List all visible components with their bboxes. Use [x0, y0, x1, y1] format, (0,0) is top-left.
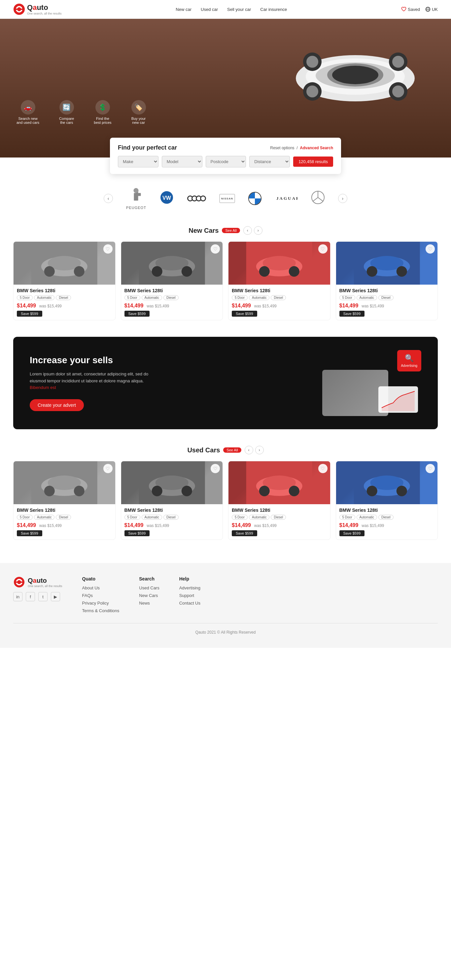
distance-select[interactable]: Distance: [249, 156, 290, 167]
postcode-select[interactable]: Postcode: [206, 156, 246, 167]
footer-terms-link[interactable]: Terms & Conditions: [82, 608, 119, 613]
search-fields: Make Model Postcode Distance 120,458 res…: [118, 156, 333, 167]
new-car-name-2: BMW Series 128ti: [124, 288, 219, 293]
peugeot-icon: [129, 187, 143, 204]
used-car-heart-2[interactable]: ♡: [211, 464, 220, 473]
footer-new-cars-link[interactable]: New Cars: [139, 593, 159, 598]
brand-jaguar[interactable]: JAGUAR: [275, 192, 298, 205]
nav-sell-car[interactable]: Sell your car: [227, 7, 251, 12]
promo-badge-label: Advertising: [401, 364, 417, 368]
footer-advertising-link[interactable]: Advertising: [179, 585, 200, 590]
svg-rect-72: [14, 581, 24, 583]
twitter-icon[interactable]: t: [38, 592, 48, 601]
nav-new-car[interactable]: New car: [176, 7, 192, 12]
used-car-card-1: ♡ BMW Series 128ti 5 Door Automatic Dies…: [13, 461, 116, 540]
footer-privacy-link[interactable]: Privacy Policy: [82, 601, 119, 606]
used-car-heart-4[interactable]: ♡: [426, 464, 435, 473]
footer-logo-icon: [13, 576, 25, 588]
new-cars-prev[interactable]: ‹: [243, 226, 252, 235]
compare-cars-icon: 🔄: [59, 100, 74, 115]
svg-point-38: [181, 266, 192, 277]
nissan-logo-box: NISSAN: [219, 194, 235, 203]
used-cars-nav: ‹ ›: [245, 446, 264, 454]
new-car-heart-2[interactable]: ♡: [211, 244, 220, 254]
new-car-price-3: $14,499 was $15,499: [232, 303, 327, 309]
saved-link[interactable]: Saved: [401, 6, 420, 12]
new-car-tags-1: 5 Door Automatic Diesel: [17, 295, 112, 300]
brand-peugeot[interactable]: PEUGEOT: [126, 187, 146, 210]
tag-trans-3: Automatic: [249, 295, 269, 300]
svg-line-28: [318, 197, 323, 201]
footer-support-link[interactable]: Support: [179, 593, 200, 598]
used-cars-next[interactable]: ›: [255, 446, 264, 454]
hero-icon-search: 🚗 Search new and used cars: [16, 100, 39, 124]
svg-point-13: [306, 86, 318, 97]
new-cars-see-all[interactable]: See All: [222, 228, 240, 233]
region-link[interactable]: UK: [425, 6, 438, 12]
facebook-icon[interactable]: f: [26, 592, 35, 601]
footer-about-link[interactable]: About Us: [82, 585, 119, 590]
price-was-2: was $15,499: [146, 304, 169, 309]
advanced-search-link[interactable]: Advanced Search: [300, 146, 333, 150]
model-select[interactable]: Model: [162, 156, 202, 167]
used-cars-see-all[interactable]: See All: [223, 447, 241, 453]
used-cars-header: Used Cars See All ‹ ›: [13, 446, 438, 454]
brand-bmw[interactable]: [248, 192, 262, 205]
svg-point-52: [44, 486, 55, 496]
price-was-1: was $15,499: [39, 304, 62, 309]
nav-insurance[interactable]: Car insurence: [260, 7, 287, 12]
linkedin-icon[interactable]: in: [13, 592, 22, 601]
footer-contact-link[interactable]: Contact Us: [179, 601, 200, 606]
used-car-tags-3: 5 Door Automatic Diesel: [232, 515, 327, 520]
price-value-4: $14,499: [340, 303, 359, 309]
svg-rect-3: [14, 9, 24, 10]
used-cars-prev[interactable]: ‹: [245, 446, 253, 454]
brands-prev-button[interactable]: ‹: [104, 194, 113, 203]
brand-mercedes[interactable]: [311, 191, 325, 207]
used-car-heart-3[interactable]: ♡: [318, 464, 327, 473]
brand-nissan[interactable]: NISSAN: [219, 194, 235, 203]
bmw-q2: [255, 192, 261, 199]
new-cars-next[interactable]: ›: [254, 226, 262, 235]
used-car-image-1: ♡: [14, 461, 115, 504]
new-car-heart-4[interactable]: ♡: [426, 244, 435, 254]
logo-icon: [13, 3, 25, 15]
search-results-button[interactable]: 120,458 results: [293, 156, 333, 167]
make-select[interactable]: Make: [118, 156, 159, 167]
footer-faqs-link[interactable]: FAQs: [82, 593, 119, 598]
promo-badge-icon: 🔍: [405, 354, 414, 363]
new-cars-grid: ♡ BMW Series 128ti 5 Door Automatic Dies…: [13, 241, 438, 320]
car-thumbnail-2: [121, 242, 223, 285]
nissan-icon: NISSAN: [219, 194, 235, 203]
price-was-4: was $15,499: [362, 304, 384, 309]
new-cars-title: New Cars: [189, 227, 219, 234]
globe-icon: [425, 6, 430, 12]
promo-right: 🔍 Advertising: [322, 350, 421, 416]
new-car-card-1: ♡ BMW Series 128ti 5 Door Automatic Dies…: [13, 241, 116, 320]
brand-audi[interactable]: [187, 196, 206, 201]
svg-point-32: [44, 266, 55, 277]
brand-vw[interactable]: VW: [159, 190, 174, 207]
brands-next-button[interactable]: ›: [338, 194, 347, 203]
promo-desc-link[interactable]: Bibendum est: [30, 385, 56, 390]
audi-icon: [187, 196, 206, 201]
svg-point-17: [306, 56, 318, 68]
nav-used-car[interactable]: Used car: [201, 7, 218, 12]
svg-point-42: [259, 266, 270, 277]
youtube-icon[interactable]: ▶: [51, 592, 60, 601]
search-title: Find your perfect car: [118, 144, 177, 151]
new-car-heart-1[interactable]: ♡: [103, 244, 113, 254]
new-car-info-3: BMW Series 128ti 5 Door Automatic Diesel…: [229, 285, 330, 320]
promo-left: Increase your sells Lorem ipsum dolor si…: [30, 355, 155, 411]
hero-car: [273, 39, 438, 122]
create-advert-button[interactable]: Create your advert: [30, 399, 84, 411]
svg-text:VW: VW: [162, 195, 172, 201]
used-car-heart-1[interactable]: ♡: [103, 464, 113, 473]
footer: Qauto One search, all the results in f t…: [0, 563, 451, 648]
new-car-heart-3[interactable]: ♡: [318, 244, 327, 254]
heart-icon: [401, 6, 407, 12]
svg-point-48: [396, 266, 407, 277]
footer-used-cars-link[interactable]: Used Cars: [139, 585, 159, 590]
footer-news-link[interactable]: News: [139, 601, 159, 606]
promo-title: Increase your sells: [30, 355, 155, 366]
